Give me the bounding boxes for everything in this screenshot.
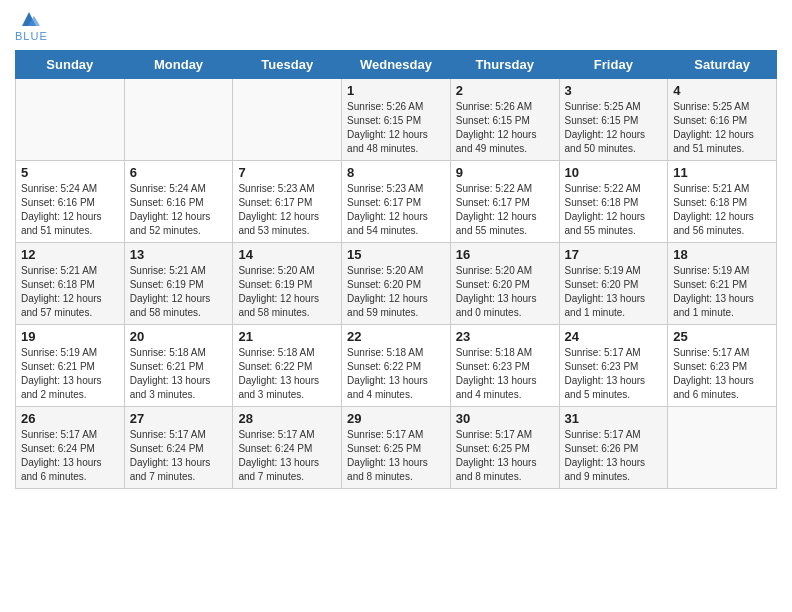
day-number: 13 (130, 247, 228, 262)
day-info: Sunrise: 5:17 AM Sunset: 6:25 PM Dayligh… (456, 428, 554, 484)
calendar-cell: 27Sunrise: 5:17 AM Sunset: 6:24 PM Dayli… (124, 407, 233, 489)
day-info: Sunrise: 5:17 AM Sunset: 6:24 PM Dayligh… (130, 428, 228, 484)
day-info: Sunrise: 5:26 AM Sunset: 6:15 PM Dayligh… (347, 100, 445, 156)
day-header-tuesday: Tuesday (233, 51, 342, 79)
day-number: 31 (565, 411, 663, 426)
day-info: Sunrise: 5:25 AM Sunset: 6:16 PM Dayligh… (673, 100, 771, 156)
calendar-cell: 12Sunrise: 5:21 AM Sunset: 6:18 PM Dayli… (16, 243, 125, 325)
day-number: 14 (238, 247, 336, 262)
calendar-cell: 23Sunrise: 5:18 AM Sunset: 6:23 PM Dayli… (450, 325, 559, 407)
calendar-cell (124, 79, 233, 161)
day-info: Sunrise: 5:22 AM Sunset: 6:17 PM Dayligh… (456, 182, 554, 238)
day-number: 8 (347, 165, 445, 180)
day-number: 5 (21, 165, 119, 180)
day-number: 19 (21, 329, 119, 344)
calendar-week-row: 5Sunrise: 5:24 AM Sunset: 6:16 PM Daylig… (16, 161, 777, 243)
day-info: Sunrise: 5:18 AM Sunset: 6:22 PM Dayligh… (347, 346, 445, 402)
day-info: Sunrise: 5:26 AM Sunset: 6:15 PM Dayligh… (456, 100, 554, 156)
calendar-week-row: 1Sunrise: 5:26 AM Sunset: 6:15 PM Daylig… (16, 79, 777, 161)
day-info: Sunrise: 5:17 AM Sunset: 6:23 PM Dayligh… (673, 346, 771, 402)
day-info: Sunrise: 5:25 AM Sunset: 6:15 PM Dayligh… (565, 100, 663, 156)
day-info: Sunrise: 5:18 AM Sunset: 6:21 PM Dayligh… (130, 346, 228, 402)
calendar-cell: 2Sunrise: 5:26 AM Sunset: 6:15 PM Daylig… (450, 79, 559, 161)
calendar-cell: 28Sunrise: 5:17 AM Sunset: 6:24 PM Dayli… (233, 407, 342, 489)
day-info: Sunrise: 5:24 AM Sunset: 6:16 PM Dayligh… (130, 182, 228, 238)
day-number: 7 (238, 165, 336, 180)
day-info: Sunrise: 5:21 AM Sunset: 6:18 PM Dayligh… (21, 264, 119, 320)
calendar-cell: 8Sunrise: 5:23 AM Sunset: 6:17 PM Daylig… (342, 161, 451, 243)
calendar-cell: 26Sunrise: 5:17 AM Sunset: 6:24 PM Dayli… (16, 407, 125, 489)
logo-tagline: BLUE (15, 30, 48, 42)
calendar-cell: 11Sunrise: 5:21 AM Sunset: 6:18 PM Dayli… (668, 161, 777, 243)
day-info: Sunrise: 5:18 AM Sunset: 6:22 PM Dayligh… (238, 346, 336, 402)
page-header: BLUE (15, 10, 777, 42)
day-number: 12 (21, 247, 119, 262)
day-number: 20 (130, 329, 228, 344)
day-number: 11 (673, 165, 771, 180)
calendar-cell: 14Sunrise: 5:20 AM Sunset: 6:19 PM Dayli… (233, 243, 342, 325)
calendar-cell: 31Sunrise: 5:17 AM Sunset: 6:26 PM Dayli… (559, 407, 668, 489)
calendar-cell: 25Sunrise: 5:17 AM Sunset: 6:23 PM Dayli… (668, 325, 777, 407)
logo-icon (18, 8, 40, 30)
calendar-cell: 13Sunrise: 5:21 AM Sunset: 6:19 PM Dayli… (124, 243, 233, 325)
calendar-cell: 29Sunrise: 5:17 AM Sunset: 6:25 PM Dayli… (342, 407, 451, 489)
calendar-cell: 16Sunrise: 5:20 AM Sunset: 6:20 PM Dayli… (450, 243, 559, 325)
calendar-cell: 24Sunrise: 5:17 AM Sunset: 6:23 PM Dayli… (559, 325, 668, 407)
calendar-cell (668, 407, 777, 489)
day-number: 30 (456, 411, 554, 426)
day-info: Sunrise: 5:20 AM Sunset: 6:20 PM Dayligh… (347, 264, 445, 320)
day-header-wednesday: Wednesday (342, 51, 451, 79)
day-number: 25 (673, 329, 771, 344)
calendar-week-row: 26Sunrise: 5:17 AM Sunset: 6:24 PM Dayli… (16, 407, 777, 489)
day-info: Sunrise: 5:23 AM Sunset: 6:17 PM Dayligh… (238, 182, 336, 238)
day-number: 22 (347, 329, 445, 344)
day-number: 3 (565, 83, 663, 98)
day-number: 18 (673, 247, 771, 262)
logo: BLUE (15, 10, 48, 42)
calendar-cell: 3Sunrise: 5:25 AM Sunset: 6:15 PM Daylig… (559, 79, 668, 161)
calendar-cell: 17Sunrise: 5:19 AM Sunset: 6:20 PM Dayli… (559, 243, 668, 325)
day-number: 29 (347, 411, 445, 426)
calendar-cell (233, 79, 342, 161)
day-number: 2 (456, 83, 554, 98)
day-info: Sunrise: 5:19 AM Sunset: 6:21 PM Dayligh… (673, 264, 771, 320)
day-number: 27 (130, 411, 228, 426)
calendar-cell: 4Sunrise: 5:25 AM Sunset: 6:16 PM Daylig… (668, 79, 777, 161)
calendar-cell: 5Sunrise: 5:24 AM Sunset: 6:16 PM Daylig… (16, 161, 125, 243)
day-info: Sunrise: 5:17 AM Sunset: 6:26 PM Dayligh… (565, 428, 663, 484)
day-info: Sunrise: 5:24 AM Sunset: 6:16 PM Dayligh… (21, 182, 119, 238)
calendar-cell: 22Sunrise: 5:18 AM Sunset: 6:22 PM Dayli… (342, 325, 451, 407)
day-info: Sunrise: 5:19 AM Sunset: 6:21 PM Dayligh… (21, 346, 119, 402)
day-number: 26 (21, 411, 119, 426)
day-number: 6 (130, 165, 228, 180)
calendar-table: SundayMondayTuesdayWednesdayThursdayFrid… (15, 50, 777, 489)
day-info: Sunrise: 5:17 AM Sunset: 6:23 PM Dayligh… (565, 346, 663, 402)
day-number: 9 (456, 165, 554, 180)
day-info: Sunrise: 5:17 AM Sunset: 6:25 PM Dayligh… (347, 428, 445, 484)
day-number: 1 (347, 83, 445, 98)
day-info: Sunrise: 5:18 AM Sunset: 6:23 PM Dayligh… (456, 346, 554, 402)
day-header-friday: Friday (559, 51, 668, 79)
day-info: Sunrise: 5:20 AM Sunset: 6:19 PM Dayligh… (238, 264, 336, 320)
day-info: Sunrise: 5:19 AM Sunset: 6:20 PM Dayligh… (565, 264, 663, 320)
calendar-cell: 20Sunrise: 5:18 AM Sunset: 6:21 PM Dayli… (124, 325, 233, 407)
calendar-cell: 10Sunrise: 5:22 AM Sunset: 6:18 PM Dayli… (559, 161, 668, 243)
calendar-cell: 9Sunrise: 5:22 AM Sunset: 6:17 PM Daylig… (450, 161, 559, 243)
day-number: 10 (565, 165, 663, 180)
day-header-saturday: Saturday (668, 51, 777, 79)
day-info: Sunrise: 5:21 AM Sunset: 6:19 PM Dayligh… (130, 264, 228, 320)
calendar-header-row: SundayMondayTuesdayWednesdayThursdayFrid… (16, 51, 777, 79)
day-info: Sunrise: 5:17 AM Sunset: 6:24 PM Dayligh… (21, 428, 119, 484)
calendar-week-row: 19Sunrise: 5:19 AM Sunset: 6:21 PM Dayli… (16, 325, 777, 407)
calendar-cell: 19Sunrise: 5:19 AM Sunset: 6:21 PM Dayli… (16, 325, 125, 407)
day-header-sunday: Sunday (16, 51, 125, 79)
day-number: 21 (238, 329, 336, 344)
day-info: Sunrise: 5:23 AM Sunset: 6:17 PM Dayligh… (347, 182, 445, 238)
calendar-week-row: 12Sunrise: 5:21 AM Sunset: 6:18 PM Dayli… (16, 243, 777, 325)
day-number: 4 (673, 83, 771, 98)
day-info: Sunrise: 5:17 AM Sunset: 6:24 PM Dayligh… (238, 428, 336, 484)
calendar-cell: 1Sunrise: 5:26 AM Sunset: 6:15 PM Daylig… (342, 79, 451, 161)
calendar-cell (16, 79, 125, 161)
day-info: Sunrise: 5:21 AM Sunset: 6:18 PM Dayligh… (673, 182, 771, 238)
day-header-monday: Monday (124, 51, 233, 79)
